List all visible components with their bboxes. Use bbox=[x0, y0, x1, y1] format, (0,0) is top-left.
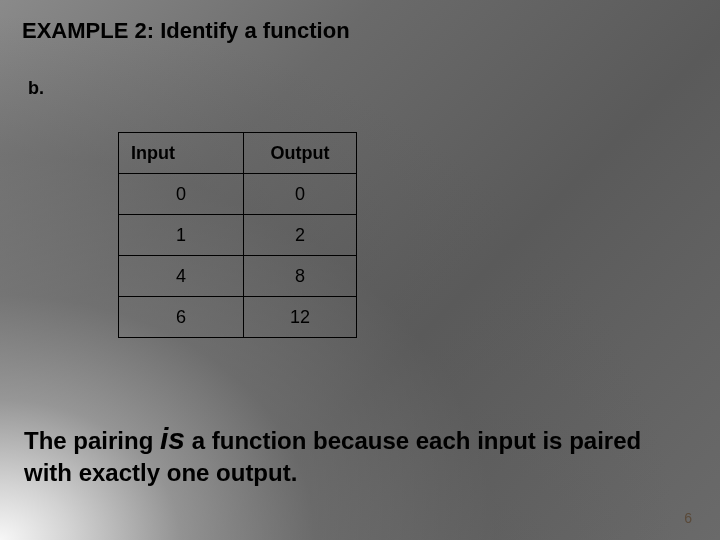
cell-input: 6 bbox=[119, 297, 244, 338]
cell-input: 4 bbox=[119, 256, 244, 297]
cell-output: 12 bbox=[244, 297, 357, 338]
explanation-text: The pairing is a function because each i… bbox=[24, 420, 694, 488]
explanation-emph: is bbox=[160, 422, 185, 455]
header-input: Input bbox=[119, 133, 244, 174]
table-row: 4 8 bbox=[119, 256, 357, 297]
cell-output: 2 bbox=[244, 215, 357, 256]
table-row: 1 2 bbox=[119, 215, 357, 256]
subpart-label: b. bbox=[28, 78, 44, 99]
cell-output: 8 bbox=[244, 256, 357, 297]
table-header-row: Input Output bbox=[119, 133, 357, 174]
cell-input: 1 bbox=[119, 215, 244, 256]
io-table: Input Output 0 0 1 2 4 8 6 12 bbox=[118, 132, 357, 338]
page-number: 6 bbox=[684, 510, 692, 526]
slide: EXAMPLE 2: Identify a function b. Input … bbox=[0, 0, 720, 540]
explanation-pre: The pairing bbox=[24, 427, 160, 454]
table-row: 0 0 bbox=[119, 174, 357, 215]
table-row: 6 12 bbox=[119, 297, 357, 338]
slide-title: EXAMPLE 2: Identify a function bbox=[22, 18, 350, 44]
header-output: Output bbox=[244, 133, 357, 174]
cell-output: 0 bbox=[244, 174, 357, 215]
cell-input: 0 bbox=[119, 174, 244, 215]
